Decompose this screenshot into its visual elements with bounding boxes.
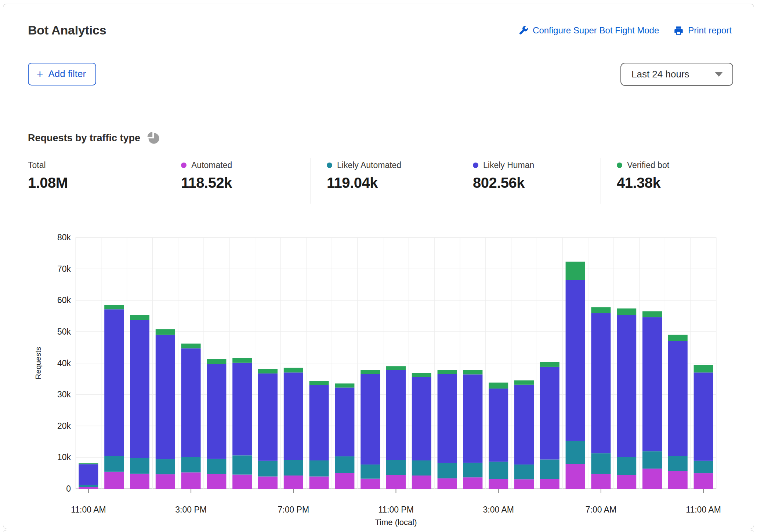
bar-segment-likely-automated[interactable] [412, 460, 431, 475]
bar-segment-verified-bot[interactable] [668, 335, 688, 341]
bar-segment-likely-human[interactable] [617, 315, 636, 457]
bar-segment-likely-human[interactable] [309, 385, 329, 460]
bar-segment-automated[interactable] [591, 474, 611, 489]
bar-segment-automated[interactable] [617, 475, 636, 489]
bar-segment-automated[interactable] [386, 475, 406, 489]
bar-segment-likely-human[interactable] [335, 387, 354, 456]
add-filter-button[interactable]: + Add filter [28, 63, 96, 85]
bar-segment-likely-human[interactable] [181, 348, 201, 457]
bar-segment-automated[interactable] [412, 475, 431, 489]
bar-segment-likely-human[interactable] [489, 389, 508, 462]
bar-segment-verified-bot[interactable] [617, 309, 636, 315]
bar-segment-automated[interactable] [156, 474, 175, 489]
bar-segment-verified-bot[interactable] [386, 366, 406, 370]
bar-segment-likely-automated[interactable] [540, 459, 559, 479]
bar-segment-likely-automated[interactable] [463, 463, 482, 477]
bar-segment-automated[interactable] [207, 474, 226, 489]
bar-segment-automated[interactable] [668, 471, 688, 489]
bar-segment-likely-human[interactable] [694, 372, 713, 461]
bar-segment-verified-bot[interactable] [335, 383, 354, 387]
bar-segment-verified-bot[interactable] [591, 307, 611, 313]
bar-segment-automated[interactable] [130, 474, 149, 489]
bar-segment-likely-human[interactable] [258, 374, 278, 461]
bar-segment-likely-automated[interactable] [438, 463, 457, 478]
bar-segment-likely-automated[interactable] [617, 457, 636, 475]
bar-segment-likely-human[interactable] [540, 367, 559, 460]
bar-segment-likely-human[interactable] [232, 363, 252, 456]
bar-segment-likely-automated[interactable] [566, 441, 585, 464]
bar-segment-automated[interactable] [694, 473, 713, 489]
bar-segment-likely-automated[interactable] [694, 461, 713, 473]
bar-segment-likely-automated[interactable] [309, 460, 329, 477]
bar-segment-automated[interactable] [79, 487, 98, 489]
bar-segment-verified-bot[interactable] [232, 358, 252, 363]
print-report-link[interactable]: Print report [674, 25, 732, 36]
bar-segment-likely-automated[interactable] [642, 451, 662, 469]
bar-segment-likely-automated[interactable] [386, 460, 406, 475]
bar-segment-likely-automated[interactable] [130, 458, 149, 474]
bar-segment-likely-human[interactable] [284, 372, 303, 460]
bar-segment-likely-automated[interactable] [232, 455, 252, 474]
bar-segment-verified-bot[interactable] [463, 370, 482, 374]
bar-segment-likely-automated[interactable] [207, 459, 226, 474]
bar-segment-verified-bot[interactable] [412, 373, 431, 377]
bar-segment-likely-human[interactable] [668, 341, 688, 456]
bar-segment-likely-human[interactable] [79, 464, 98, 485]
bar-segment-verified-bot[interactable] [540, 362, 559, 367]
bar-segment-verified-bot[interactable] [489, 383, 508, 389]
bar-segment-automated[interactable] [335, 473, 354, 489]
bar-segment-automated[interactable] [463, 477, 482, 489]
bar-segment-likely-automated[interactable] [335, 456, 354, 473]
bar-segment-likely-automated[interactable] [258, 461, 278, 477]
bar-segment-likely-human[interactable] [130, 320, 149, 458]
bar-segment-likely-human[interactable] [412, 377, 431, 460]
bar-segment-likely-human[interactable] [438, 374, 457, 463]
bar-segment-automated[interactable] [284, 475, 303, 489]
bar-segment-verified-bot[interactable] [694, 365, 713, 373]
bar-segment-likely-automated[interactable] [104, 456, 124, 472]
bar-segment-likely-automated[interactable] [156, 459, 175, 474]
bar-segment-automated[interactable] [642, 469, 662, 489]
bar-segment-likely-automated[interactable] [284, 460, 303, 475]
bar-segment-likely-human[interactable] [361, 374, 380, 465]
bar-segment-automated[interactable] [181, 472, 201, 489]
bar-segment-likely-automated[interactable] [181, 457, 201, 473]
bar-segment-likely-automated[interactable] [591, 453, 611, 474]
bar-segment-likely-human[interactable] [207, 364, 226, 459]
bar-segment-automated[interactable] [540, 479, 559, 489]
time-range-dropdown[interactable]: Last 24 hours [620, 63, 733, 86]
bar-segment-verified-bot[interactable] [309, 381, 329, 385]
bar-segment-likely-human[interactable] [156, 335, 175, 459]
bar-segment-automated[interactable] [232, 474, 252, 489]
bar-segment-likely-automated[interactable] [668, 456, 688, 471]
bar-segment-verified-bot[interactable] [156, 329, 175, 335]
bar-segment-likely-automated[interactable] [514, 464, 534, 479]
bar-segment-verified-bot[interactable] [258, 369, 278, 374]
bar-segment-likely-human[interactable] [463, 374, 482, 463]
bar-segment-likely-automated[interactable] [79, 485, 98, 487]
bar-segment-automated[interactable] [104, 472, 124, 489]
bar-segment-likely-human[interactable] [386, 370, 406, 460]
bar-segment-verified-bot[interactable] [130, 315, 149, 320]
bar-segment-likely-automated[interactable] [361, 464, 380, 479]
bar-segment-verified-bot[interactable] [514, 380, 534, 385]
bar-segment-automated[interactable] [438, 478, 457, 489]
bar-segment-likely-human[interactable] [566, 280, 585, 441]
bar-segment-verified-bot[interactable] [79, 463, 98, 464]
bar-segment-automated[interactable] [309, 477, 329, 489]
bar-segment-verified-bot[interactable] [207, 359, 226, 364]
bar-segment-verified-bot[interactable] [104, 305, 124, 309]
bar-segment-likely-human[interactable] [591, 313, 611, 453]
bar-segment-verified-bot[interactable] [284, 368, 303, 372]
configure-super-bot-fight-mode-link[interactable]: Configure Super Bot Fight Mode [518, 25, 659, 36]
bar-segment-automated[interactable] [514, 479, 534, 489]
bar-segment-automated[interactable] [258, 477, 278, 489]
bar-segment-likely-human[interactable] [514, 385, 534, 464]
bar-segment-likely-human[interactable] [642, 317, 662, 452]
bar-segment-verified-bot[interactable] [566, 262, 585, 280]
bar-segment-automated[interactable] [361, 479, 380, 489]
bar-segment-verified-bot[interactable] [181, 344, 201, 349]
bar-segment-verified-bot[interactable] [438, 370, 457, 374]
bar-segment-verified-bot[interactable] [361, 370, 380, 374]
bar-segment-automated[interactable] [489, 479, 508, 489]
